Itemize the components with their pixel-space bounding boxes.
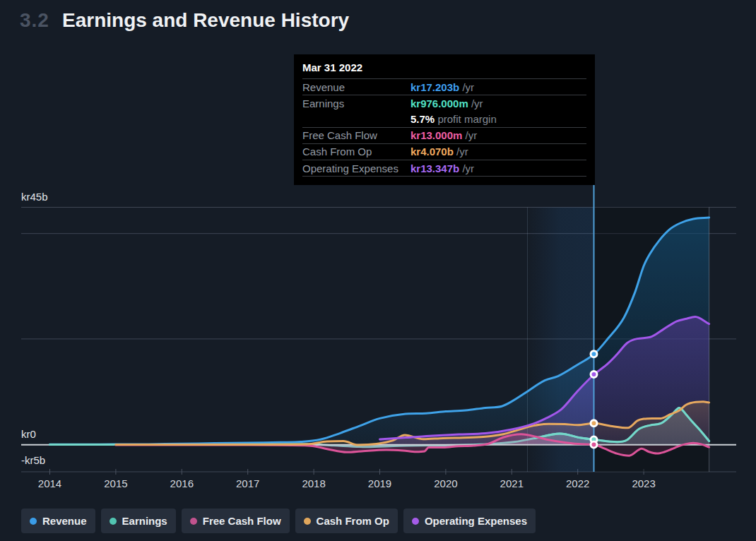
svg-text:2018: 2018	[302, 477, 325, 489]
svg-text:2017: 2017	[236, 477, 259, 489]
svg-text:2014: 2014	[38, 477, 61, 489]
svg-text:-kr5b: -kr5b	[21, 454, 45, 466]
svg-text:2016: 2016	[170, 477, 194, 489]
svg-text:2022: 2022	[566, 477, 589, 489]
svg-text:2023: 2023	[632, 477, 655, 489]
svg-text:2019: 2019	[368, 477, 391, 489]
svg-text:2015: 2015	[104, 477, 127, 489]
svg-text:2021: 2021	[500, 477, 524, 489]
svg-text:kr45b: kr45b	[21, 191, 48, 203]
svg-text:2020: 2020	[434, 477, 457, 489]
svg-text:kr0: kr0	[21, 428, 36, 440]
